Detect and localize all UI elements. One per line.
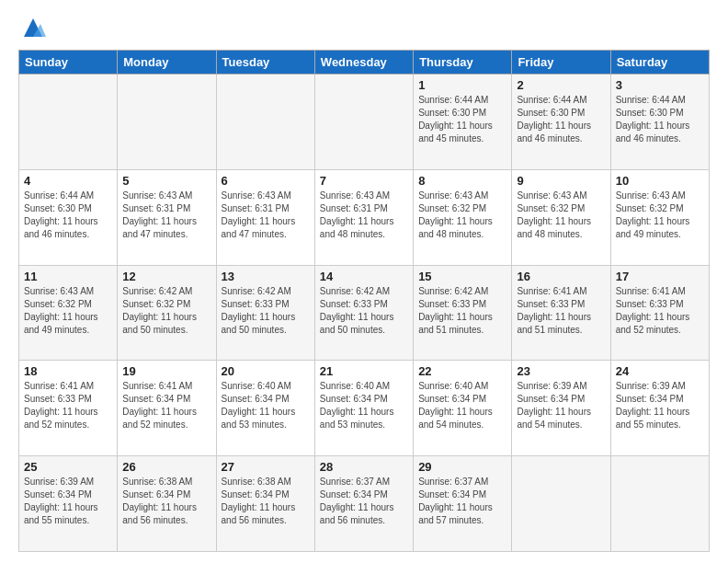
calendar-cell: 7Sunrise: 6:43 AM Sunset: 6:31 PM Daylig… (314, 169, 413, 265)
calendar-cell (610, 456, 709, 552)
calendar-cell: 11Sunrise: 6:43 AM Sunset: 6:32 PM Dayli… (19, 265, 118, 361)
day-info: Sunrise: 6:43 AM Sunset: 6:31 PM Dayligh… (122, 190, 210, 241)
day-number: 12 (122, 270, 210, 283)
header-row: SundayMondayTuesdayWednesdayThursdayFrid… (19, 51, 710, 75)
day-info: Sunrise: 6:43 AM Sunset: 6:31 PM Dayligh… (320, 190, 408, 241)
day-info: Sunrise: 6:39 AM Sunset: 6:34 PM Dayligh… (517, 380, 605, 431)
calendar-body: 1Sunrise: 6:44 AM Sunset: 6:30 PM Daylig… (19, 75, 710, 552)
day-info: Sunrise: 6:41 AM Sunset: 6:34 PM Dayligh… (122, 380, 210, 431)
day-number: 10 (616, 174, 704, 188)
calendar-cell: 23Sunrise: 6:39 AM Sunset: 6:34 PM Dayli… (512, 361, 610, 456)
day-number: 4 (24, 174, 112, 188)
logo (18, 15, 46, 40)
week-row-0: 1Sunrise: 6:44 AM Sunset: 6:30 PM Daylig… (19, 75, 710, 170)
logo-icon (20, 15, 46, 40)
page: SundayMondayTuesdayWednesdayThursdayFrid… (0, 0, 728, 563)
calendar-cell: 4Sunrise: 6:44 AM Sunset: 6:30 PM Daylig… (19, 169, 118, 265)
day-number: 25 (24, 460, 112, 474)
day-info: Sunrise: 6:42 AM Sunset: 6:32 PM Dayligh… (122, 285, 210, 337)
calendar-cell: 10Sunrise: 6:43 AM Sunset: 6:32 PM Dayli… (610, 169, 709, 265)
day-number: 16 (517, 270, 605, 283)
calendar-cell: 24Sunrise: 6:39 AM Sunset: 6:34 PM Dayli… (610, 361, 709, 456)
day-number: 21 (320, 364, 408, 378)
day-info: Sunrise: 6:37 AM Sunset: 6:34 PM Dayligh… (418, 476, 506, 527)
day-number: 24 (616, 364, 704, 378)
day-number: 23 (517, 364, 605, 378)
day-number: 3 (616, 78, 704, 92)
calendar-cell: 21Sunrise: 6:40 AM Sunset: 6:34 PM Dayli… (314, 361, 413, 456)
day-info: Sunrise: 6:41 AM Sunset: 6:33 PM Dayligh… (616, 285, 704, 337)
calendar-cell: 8Sunrise: 6:43 AM Sunset: 6:32 PM Daylig… (414, 169, 512, 265)
day-number: 17 (616, 270, 704, 283)
day-info: Sunrise: 6:43 AM Sunset: 6:32 PM Dayligh… (24, 285, 112, 337)
day-info: Sunrise: 6:44 AM Sunset: 6:30 PM Dayligh… (517, 94, 605, 145)
calendar-cell: 22Sunrise: 6:40 AM Sunset: 6:34 PM Dayli… (414, 361, 512, 456)
calendar-cell: 28Sunrise: 6:37 AM Sunset: 6:34 PM Dayli… (314, 456, 413, 552)
calendar-cell: 27Sunrise: 6:38 AM Sunset: 6:34 PM Dayli… (216, 456, 314, 552)
week-row-1: 4Sunrise: 6:44 AM Sunset: 6:30 PM Daylig… (19, 169, 710, 265)
calendar-cell: 19Sunrise: 6:41 AM Sunset: 6:34 PM Dayli… (118, 361, 216, 456)
week-row-4: 25Sunrise: 6:39 AM Sunset: 6:34 PM Dayli… (19, 456, 710, 552)
header (18, 15, 710, 40)
day-info: Sunrise: 6:40 AM Sunset: 6:34 PM Dayligh… (418, 380, 506, 431)
day-info: Sunrise: 6:40 AM Sunset: 6:34 PM Dayligh… (222, 380, 310, 431)
day-number: 22 (418, 364, 506, 378)
day-info: Sunrise: 6:43 AM Sunset: 6:31 PM Dayligh… (222, 190, 310, 241)
calendar-cell (19, 75, 118, 170)
day-info: Sunrise: 6:39 AM Sunset: 6:34 PM Dayligh… (24, 476, 112, 527)
day-header-monday: Monday (118, 51, 216, 75)
day-info: Sunrise: 6:42 AM Sunset: 6:33 PM Dayligh… (222, 285, 310, 337)
day-header-tuesday: Tuesday (216, 51, 314, 75)
calendar-cell: 25Sunrise: 6:39 AM Sunset: 6:34 PM Dayli… (19, 456, 118, 552)
calendar-cell: 16Sunrise: 6:41 AM Sunset: 6:33 PM Dayli… (512, 265, 610, 361)
day-number: 18 (24, 364, 112, 378)
day-info: Sunrise: 6:43 AM Sunset: 6:32 PM Dayligh… (616, 190, 704, 241)
calendar-cell: 6Sunrise: 6:43 AM Sunset: 6:31 PM Daylig… (216, 169, 314, 265)
day-header-sunday: Sunday (19, 51, 118, 75)
day-info: Sunrise: 6:38 AM Sunset: 6:34 PM Dayligh… (222, 476, 310, 527)
day-number: 11 (24, 270, 112, 283)
calendar-cell: 20Sunrise: 6:40 AM Sunset: 6:34 PM Dayli… (216, 361, 314, 456)
day-number: 6 (222, 174, 310, 188)
day-header-thursday: Thursday (414, 51, 512, 75)
calendar-header: SundayMondayTuesdayWednesdayThursdayFrid… (19, 51, 710, 75)
day-number: 1 (418, 78, 506, 92)
day-info: Sunrise: 6:41 AM Sunset: 6:33 PM Dayligh… (517, 285, 605, 337)
day-info: Sunrise: 6:44 AM Sunset: 6:30 PM Dayligh… (24, 190, 112, 241)
calendar-cell: 14Sunrise: 6:42 AM Sunset: 6:33 PM Dayli… (314, 265, 413, 361)
day-header-wednesday: Wednesday (314, 51, 413, 75)
day-number: 9 (517, 174, 605, 188)
calendar-cell: 13Sunrise: 6:42 AM Sunset: 6:33 PM Dayli… (216, 265, 314, 361)
calendar-cell (512, 456, 610, 552)
calendar-cell: 15Sunrise: 6:42 AM Sunset: 6:33 PM Dayli… (414, 265, 512, 361)
day-info: Sunrise: 6:42 AM Sunset: 6:33 PM Dayligh… (418, 285, 506, 337)
calendar-cell: 1Sunrise: 6:44 AM Sunset: 6:30 PM Daylig… (414, 75, 512, 170)
day-info: Sunrise: 6:43 AM Sunset: 6:32 PM Dayligh… (517, 190, 605, 241)
day-info: Sunrise: 6:44 AM Sunset: 6:30 PM Dayligh… (418, 94, 506, 145)
day-number: 8 (418, 174, 506, 188)
day-number: 13 (222, 270, 310, 283)
day-number: 14 (320, 270, 408, 283)
day-info: Sunrise: 6:44 AM Sunset: 6:30 PM Dayligh… (616, 94, 704, 145)
calendar-cell: 17Sunrise: 6:41 AM Sunset: 6:33 PM Dayli… (610, 265, 709, 361)
week-row-2: 11Sunrise: 6:43 AM Sunset: 6:32 PM Dayli… (19, 265, 710, 361)
day-number: 20 (222, 364, 310, 378)
day-number: 28 (320, 460, 408, 474)
week-row-3: 18Sunrise: 6:41 AM Sunset: 6:33 PM Dayli… (19, 361, 710, 456)
day-info: Sunrise: 6:39 AM Sunset: 6:34 PM Dayligh… (616, 380, 704, 431)
day-info: Sunrise: 6:40 AM Sunset: 6:34 PM Dayligh… (320, 380, 408, 431)
calendar-cell: 5Sunrise: 6:43 AM Sunset: 6:31 PM Daylig… (118, 169, 216, 265)
calendar-cell: 29Sunrise: 6:37 AM Sunset: 6:34 PM Dayli… (414, 456, 512, 552)
day-info: Sunrise: 6:38 AM Sunset: 6:34 PM Dayligh… (122, 476, 210, 527)
calendar-cell: 12Sunrise: 6:42 AM Sunset: 6:32 PM Dayli… (118, 265, 216, 361)
calendar-cell: 3Sunrise: 6:44 AM Sunset: 6:30 PM Daylig… (610, 75, 709, 170)
calendar-cell: 2Sunrise: 6:44 AM Sunset: 6:30 PM Daylig… (512, 75, 610, 170)
calendar-cell: 9Sunrise: 6:43 AM Sunset: 6:32 PM Daylig… (512, 169, 610, 265)
day-header-saturday: Saturday (610, 51, 709, 75)
day-info: Sunrise: 6:37 AM Sunset: 6:34 PM Dayligh… (320, 476, 408, 527)
day-info: Sunrise: 6:42 AM Sunset: 6:33 PM Dayligh… (320, 285, 408, 337)
calendar-cell (118, 75, 216, 170)
day-number: 27 (222, 460, 310, 474)
day-number: 29 (418, 460, 506, 474)
calendar-cell: 26Sunrise: 6:38 AM Sunset: 6:34 PM Dayli… (118, 456, 216, 552)
